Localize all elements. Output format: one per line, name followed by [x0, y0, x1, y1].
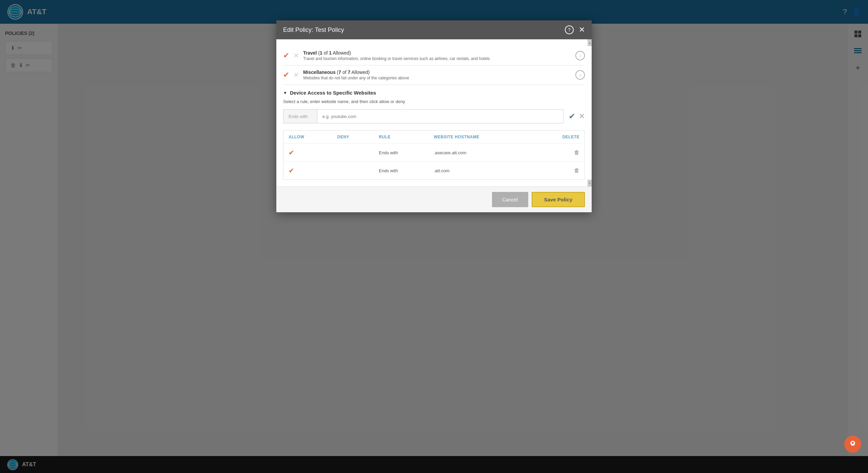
misc-deny-x[interactable]: ✕	[293, 71, 299, 79]
modal-header-icons: ? ✕	[565, 25, 585, 34]
support-chat-icon	[848, 440, 857, 449]
modal-help-icon[interactable]: ?	[565, 25, 574, 34]
website-input-row: Ends with ✔ ✕	[283, 109, 585, 123]
device-access-description: Select a rule, enter website name, and t…	[283, 99, 585, 104]
website-table: ALLOW DENY RULE WEBSITE HOSTNAME DELETE …	[283, 130, 585, 180]
travel-category-info: Travel (1 of 1 Allowed) Travel and touri…	[303, 50, 571, 61]
modal-header: Edit Policy: Test Policy ? ✕	[276, 20, 592, 39]
device-access-section-header: ▼ Device Access to Specific Websites	[283, 85, 585, 99]
category-row-misc: ✔ ✕ Miscellaneous (7 of 7 Allowed) Websi…	[283, 65, 585, 85]
col-allow: ALLOW	[283, 131, 332, 144]
row2-delete-button[interactable]: 🗑	[574, 167, 579, 173]
row1-hostname: .asecare.att.com	[429, 144, 533, 162]
table-row: ✔ Ends with .att.com 🗑	[283, 162, 585, 180]
travel-allow-check[interactable]: ✔	[283, 51, 289, 60]
input-actions: ✔ ✕	[569, 112, 585, 121]
cancel-input-button[interactable]: ✕	[579, 112, 585, 121]
travel-deny-x[interactable]: ✕	[293, 52, 299, 60]
row1-delete-button[interactable]: 🗑	[574, 150, 579, 155]
row1-deny	[332, 144, 374, 162]
confirm-button[interactable]: ✔	[569, 112, 575, 121]
row2-allow-check[interactable]: ✔	[289, 167, 294, 174]
device-access-title: Device Access to Specific Websites	[290, 90, 376, 96]
svg-point-16	[852, 442, 854, 444]
col-deny: DENY	[332, 131, 374, 144]
row2-rule: Ends with	[374, 162, 429, 180]
row2-delete: 🗑	[533, 162, 585, 180]
row1-allow-check[interactable]: ✔	[289, 149, 294, 156]
misc-category-desc: Websites that do not fall under any of t…	[303, 76, 571, 80]
travel-category-desc: Travel and tourism information, online b…	[303, 56, 571, 61]
misc-category-info: Miscellaneous (7 of 7 Allowed) Websites …	[303, 70, 571, 80]
modal-overlay: Edit Policy: Test Policy ? ✕ ▲ ✔ ✕ Trave…	[0, 0, 868, 473]
edit-policy-modal: Edit Policy: Test Policy ? ✕ ▲ ✔ ✕ Trave…	[276, 20, 592, 212]
row2-deny	[332, 162, 374, 180]
col-delete: DELETE	[533, 131, 585, 144]
table-header-row: ALLOW DENY RULE WEBSITE HOSTNAME DELETE	[283, 131, 585, 144]
row2-hostname: .att.com	[429, 162, 533, 180]
travel-expand-arrow[interactable]: ›	[575, 51, 585, 60]
modal-title: Edit Policy: Test Policy	[283, 26, 344, 34]
category-row-travel: ✔ ✕ Travel (1 of 1 Allowed) Travel and t…	[283, 46, 585, 65]
col-hostname: WEBSITE HOSTNAME	[429, 131, 533, 144]
table-row: ✔ Ends with .asecare.att.com 🗑	[283, 144, 585, 162]
modal-body: ▲ ✔ ✕ Travel (1 of 1 Allowed) Travel and…	[276, 39, 592, 186]
section-collapse-triangle[interactable]: ▼	[283, 91, 287, 95]
rule-selector-text: Ends with	[289, 114, 308, 119]
modal-close-icon[interactable]: ✕	[579, 25, 585, 34]
row2-allow: ✔	[283, 162, 332, 180]
support-chat-button[interactable]	[844, 436, 861, 453]
scroll-up-arrow[interactable]: ▲	[588, 39, 592, 46]
row1-rule: Ends with	[374, 144, 429, 162]
row1-delete: 🗑	[533, 144, 585, 162]
misc-expand-arrow[interactable]: ›	[575, 70, 585, 80]
cancel-button[interactable]: Cancel	[492, 192, 528, 207]
col-rule: RULE	[374, 131, 429, 144]
scroll-down-arrow[interactable]: ▼	[588, 180, 592, 186]
url-input[interactable]	[317, 109, 564, 123]
travel-category-name: Travel (1 of 1 Allowed)	[303, 50, 571, 56]
modal-footer: Cancel Save Policy	[276, 186, 592, 212]
row1-allow: ✔	[283, 144, 332, 162]
misc-category-name: Miscellaneous (7 of 7 Allowed)	[303, 70, 571, 75]
save-policy-button[interactable]: Save Policy	[532, 192, 585, 207]
rule-selector[interactable]: Ends with	[283, 109, 317, 123]
misc-allow-check[interactable]: ✔	[283, 71, 289, 79]
